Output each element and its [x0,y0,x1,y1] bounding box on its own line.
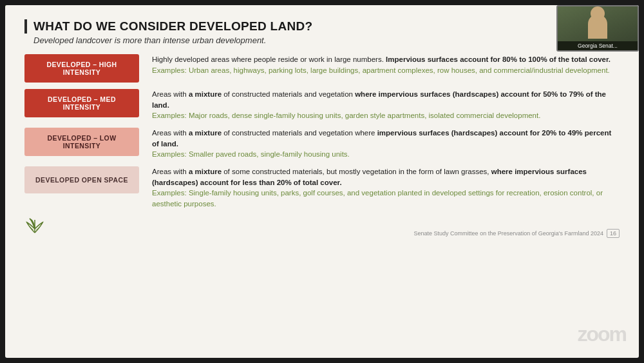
title-section: WHAT DO WE CONSIDER DEVELOPED LAND? [24,19,620,34]
desc-low-intensity: Areas with a mixture of constructed mate… [152,128,620,160]
fern-icon [24,216,45,237]
video-thumbnail: Georgia Senat... [556,5,639,52]
footer-area: Senate Study Committee on the Preservati… [24,216,620,237]
row-med-intensity: DEVELOPED – MED INTENSITY Areas with a m… [24,89,620,121]
slide-title: WHAT DO WE CONSIDER DEVELOPED LAND? [33,19,312,34]
desc-high-intensity: Highly developed areas where people resi… [152,54,620,75]
label-med-intensity: DEVELOPED – MED INTENSITY [24,89,139,117]
desc-med-intensity: Areas with a mixture of constructed mate… [152,89,620,121]
video-label: Georgia Senat... [558,41,638,50]
desc-open-space: Areas with a mixture of some constructed… [152,166,620,210]
footer-text: Senate Study Committee on the Preservati… [414,230,620,237]
row-high-intensity: DEVELOPED – HIGH INTENSITY Highly develo… [24,54,620,83]
slide-subtitle: Developed landcover is more than intense… [33,35,620,45]
label-low-intensity: DEVELOPED – LOW INTENSITY [24,128,139,156]
label-open-space: DEVELOPED OPEN SPACE [24,166,139,193]
zoom-logo: zoom [577,322,626,346]
label-high-intensity: DEVELOPED – HIGH INTENSITY [24,54,139,83]
content-area: DEVELOPED – HIGH INTENSITY Highly develo… [24,54,620,210]
row-open-space: DEVELOPED OPEN SPACE Areas with a mixtur… [24,166,620,210]
row-low-intensity: DEVELOPED – LOW INTENSITY Areas with a m… [24,128,620,160]
